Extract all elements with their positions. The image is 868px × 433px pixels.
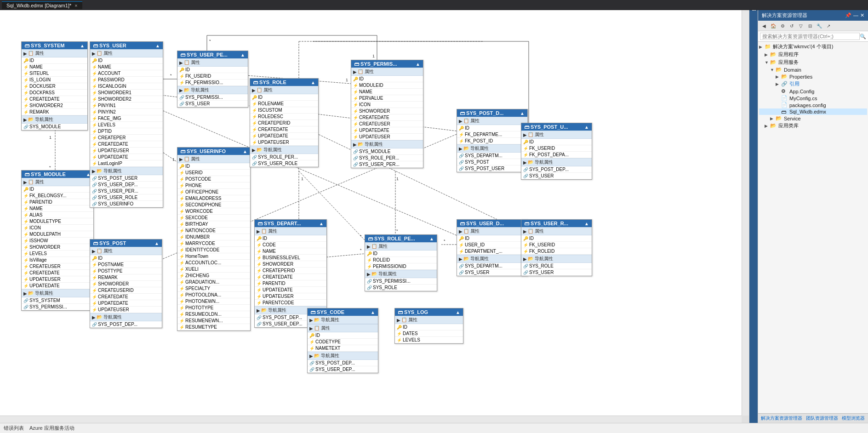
tree-item-packages[interactable]: 📄 packages.config	[759, 102, 867, 108]
tree-arrow-appservice: ▼	[765, 60, 770, 65]
sys-code-title: 🗃 SYS_CODE	[310, 309, 344, 315]
sys-code-expand[interactable]: ▲	[371, 310, 375, 315]
entity-sys-user-d: 🗃 SYS_USER_D... ▲ ▶📋 属性 🔑 ID ⚡ USER_ID ⚡…	[457, 219, 528, 276]
sys-log-expand[interactable]: ▲	[456, 310, 460, 315]
close-panel-icon[interactable]: ✕	[860, 12, 864, 18]
tree-label-packages: packages.config	[789, 103, 826, 108]
errors-label[interactable]: 错误列表	[4, 425, 24, 432]
sys-post-u-expand[interactable]: ▲	[584, 125, 589, 130]
entity-sys-role-header[interactable]: 🗃 SYS_ROLE ▲	[250, 79, 318, 86]
footer-solution-manager[interactable]: 解决方案资源管理器	[761, 415, 802, 422]
service-icon: 📂	[776, 115, 783, 121]
svg-text:1: 1	[49, 135, 51, 140]
azure-label[interactable]: Azure 应用服务活动	[29, 425, 74, 432]
scrollbar-horizontal[interactable]	[0, 416, 742, 423]
sys-user-pe-title: 🗃 SYS_USER_PE...	[180, 52, 228, 57]
tree-item-service[interactable]: ▶ 📂 Service	[759, 115, 867, 122]
tree-item-references[interactable]: ▶ 🔗 引用	[759, 80, 867, 88]
entity-sys-user: 🗃 SYS_USER ▲ ▶📋 属性 🔑 ID ⚡ NAME ⚡ ACCOUNT…	[90, 41, 163, 208]
entity-sys-user-header[interactable]: 🗃 SYS_USER ▲	[90, 42, 163, 49]
svg-text:*: *	[170, 73, 172, 78]
settings-btn[interactable]: ⚙	[778, 22, 787, 30]
sys-system-name: ⚡ NAME	[22, 64, 87, 70]
entity-sys-code-header[interactable]: 🗃 SYS_CODE ▲	[308, 308, 378, 316]
props-btn[interactable]: 🔧	[815, 22, 823, 30]
svg-text:*: *	[396, 228, 398, 233]
sys-user-d-title: 🗃 SYS_USER_D...	[460, 221, 504, 226]
entity-sys-system: 🗃 SYS_SYSTEM ▲ ▶📋 属性 🔑 ID ⚡ NAME ⚡ SITEU…	[21, 41, 88, 131]
sys-user-r-expand[interactable]: ▲	[584, 221, 589, 226]
sidebar-tab-solution[interactable]: 解决方案资源管理器	[749, 10, 758, 18]
sys-user-pe-expand[interactable]: ▲	[240, 52, 245, 57]
tree-item-applib[interactable]: ▶ 📂 应用类库	[759, 122, 867, 130]
solution-icon: 📁	[765, 44, 772, 50]
main-layout: 1 * 1 * * 1 1 * 1 * 1 1	[0, 10, 868, 423]
filter-btn[interactable]: ▽	[797, 22, 805, 30]
tree-item-solution[interactable]: ▶ 📁 解决方案'wkmvc'(4 个项目)	[759, 43, 867, 51]
sys-system-fields-header: ▶📋 属性	[22, 49, 87, 57]
sys-user-expand[interactable]: ▲	[155, 43, 160, 48]
tree-item-appconfig[interactable]: ⚙ App.Config	[759, 88, 867, 95]
entity-sys-system-header[interactable]: 🗃 SYS_SYSTEM ▲	[22, 42, 87, 49]
search-input[interactable]	[760, 33, 860, 40]
tree-arrow-applib: ▶	[765, 124, 770, 128]
tree-item-properties[interactable]: ▶ 📂 Properties	[759, 73, 867, 80]
sys-permis-expand[interactable]: ▲	[416, 62, 420, 67]
entity-sys-user-d-header[interactable]: 🗃 SYS_USER_D... ▲	[457, 220, 527, 227]
entity-sys-code: 🗃 SYS_CODE ▲ ▶📂 导航属性 ▶📋 属性 🔑 ID ⚡ CODETY…	[307, 308, 378, 373]
entity-sys-userinfo-header[interactable]: 🗃 SYS_USERINFO ▲	[177, 148, 250, 155]
svg-text:1: 1	[346, 78, 348, 82]
sys-role-title: 🗃 SYS_ROLE	[253, 80, 286, 85]
refresh-btn[interactable]: ↺	[788, 22, 796, 30]
scrollbar-vertical[interactable]	[742, 10, 749, 416]
tree-item-apps[interactable]: ▶ 📂 应用程序	[759, 51, 867, 58]
tree-item-domain[interactable]: ▼ 📂 Domain	[759, 66, 867, 73]
tree-arrow-references: ▶	[776, 82, 781, 86]
sys-role-pe-expand[interactable]: ▲	[429, 236, 434, 241]
sys-system-dockpass: ⚡ DOCKPASS	[22, 90, 87, 96]
properties-icon: 📂	[781, 74, 788, 80]
entity-sys-role-pe-header[interactable]: 🗃 SYS_ROLE_PE... ▲	[365, 235, 437, 242]
collapse-btn[interactable]: ⊟	[806, 22, 814, 30]
sys-system-siteurl: ⚡ SITEURL	[22, 70, 87, 77]
open-btn[interactable]: ↗	[824, 22, 833, 30]
tree-item-appservice[interactable]: ▼ 📂 应用服务	[759, 58, 867, 66]
domain-icon: 📂	[776, 67, 783, 73]
search-icon[interactable]: 🔍	[860, 34, 866, 40]
entity-sys-permis-header[interactable]: 🗃 SYS_PERMIS... ▲	[351, 60, 423, 68]
entity-sys-user-pe-header[interactable]: 🗃 SYS_USER_PE... ▲	[177, 51, 248, 58]
scroll-corner	[742, 416, 749, 423]
entity-sys-user-r-header[interactable]: 🗃 SYS_USER_R... ▲	[521, 220, 592, 227]
sys-module-fields-header: ▶📋 属性	[22, 178, 93, 186]
svg-text:1: 1	[372, 54, 375, 58]
home-btn[interactable]: 🏠	[769, 22, 777, 30]
footer-team-manager[interactable]: 团队资源管理器	[806, 415, 838, 422]
minimize-icon[interactable]: —	[853, 12, 858, 18]
tree-arrow-solution: ▶	[759, 45, 765, 49]
entity-sys-post-header[interactable]: 🗃 SYS_POST ▲	[90, 239, 162, 247]
tree-area[interactable]: ▶ 📁 解决方案'wkmvc'(4 个项目) ▶ 📂 应用程序 ▼ 📂 应用服务	[758, 42, 868, 413]
back-btn[interactable]: ◀	[760, 22, 768, 30]
sys-system-expand[interactable]: ▲	[80, 43, 85, 48]
tab-close-btn[interactable]: ×	[74, 3, 77, 8]
footer-model-browser[interactable]: 模型浏览器	[842, 415, 865, 422]
entity-sys-post-d-header[interactable]: 🗃 SYS_POST_D... ▲	[457, 109, 527, 117]
tab-diagram[interactable]: Sql_Wkdb.edmx [Diagram1]* ×	[2, 1, 82, 9]
tree-item-edmx[interactable]: 🗃 Sql_Wkdb.edmx	[759, 108, 867, 115]
sys-userinfo-expand[interactable]: ▲	[243, 149, 247, 154]
tree-item-myconfig[interactable]: 📄 MyConfig.cs	[759, 95, 867, 102]
entity-sys-post-u-header[interactable]: 🗃 SYS_POST_U... ▲	[521, 123, 592, 131]
applib-icon: 📂	[770, 123, 777, 129]
entity-sys-role-pe: 🗃 SYS_ROLE_PE... ▲ ▶📋 属性 🔑 ID ⚡ ROLEID ⚡…	[365, 234, 437, 291]
sys-user-r-title: 🗃 SYS_USER_R...	[524, 221, 568, 226]
edmx-icon: 🗃	[781, 109, 788, 114]
sys-depart-expand[interactable]: ▲	[319, 221, 324, 226]
sys-post-d-expand[interactable]: ▲	[520, 111, 525, 116]
entity-sys-log-header[interactable]: 🗃 SYS_LOG ▲	[395, 308, 463, 316]
sys-post-expand[interactable]: ▲	[154, 241, 159, 246]
entity-sys-depart-header[interactable]: 🗃 SYS_DEPART... ▲	[255, 220, 326, 227]
canvas-area[interactable]: 1 * 1 * * 1 1 * 1 * 1 1	[0, 10, 749, 423]
entity-sys-module-header[interactable]: 🗃 SYS_MODULE ▲	[22, 171, 93, 178]
sys-role-expand[interactable]: ▲	[311, 80, 315, 85]
pin-icon[interactable]: 📌	[845, 12, 851, 18]
